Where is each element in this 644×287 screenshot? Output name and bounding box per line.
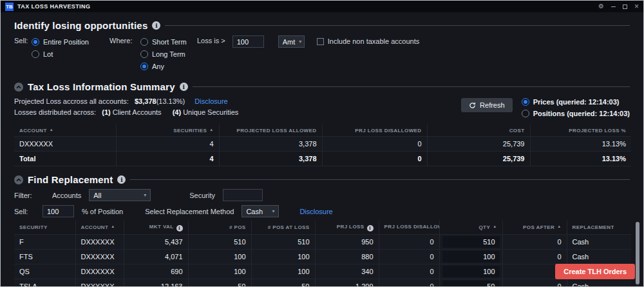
maximize-icon[interactable] [623, 5, 627, 9]
accounts-label: Accounts [52, 192, 81, 199]
table-row[interactable]: TSLA DXXXXXX 12,163 50 50 1,209 0 50 0 C… [14, 279, 631, 287]
qty-input[interactable]: 100 [442, 266, 500, 277]
loss-threshold-input[interactable] [232, 35, 264, 48]
replacement-table-wrap: SECURITY ACCOUNT▲ MKT VALi # POS # POS A… [14, 221, 630, 287]
radio-label: Short Term [152, 38, 187, 46]
radio-label: Lot [43, 50, 53, 58]
projected-loss-pct: (13.13%) [156, 97, 185, 105]
col-prj-loss-disallowed[interactable]: PRJ LOSS DISALLOWED [322, 124, 427, 137]
summary-title: Tax Loss Information Summary [28, 81, 175, 92]
cell-pos-at-loss: 100 [251, 264, 315, 279]
cell-prj-loss: 1,209 [315, 279, 379, 287]
col-securities[interactable]: SECURITIES▲ [116, 124, 219, 137]
chevron-down-icon: ▾ [144, 192, 146, 198]
identify-info-icon[interactable]: i [152, 21, 160, 30]
radio-lot[interactable]: Lot [32, 48, 99, 60]
qty-input[interactable]: 100 [442, 251, 500, 262]
cell-replacement: Cash [567, 234, 631, 249]
cell-account: DXXXXXX [75, 279, 124, 287]
accounts-select[interactable]: All ▾ [89, 189, 151, 201]
unique-securities-label: Unique Securities [183, 108, 238, 116]
loss-unit-select[interactable]: Amt ▾ [278, 35, 305, 48]
projected-loss-line: Projected Loss accross all accounts: $3,… [14, 96, 238, 107]
col-qty[interactable]: QTY▲ [439, 221, 502, 234]
col-projected-loss-allowed[interactable]: PROJECTED LOSS ALLOWED [219, 124, 322, 137]
col-prj-loss-disallowed[interactable]: PRJ LOSS DISALLOWEDi [379, 221, 439, 234]
scrollbar-thumb[interactable] [636, 222, 639, 284]
cell-prj-loss-disallowed: 0 [379, 279, 439, 287]
replacement-method-value: Cash [246, 208, 263, 215]
collapse-chevron-icon[interactable] [14, 175, 23, 184]
cell-pos-at-loss: 510 [251, 234, 315, 249]
col-account[interactable]: ACCOUNT▲ [14, 124, 116, 137]
col-cost[interactable]: COST [427, 124, 530, 137]
cell-replacement: Cash [567, 279, 631, 287]
projected-loss-value: $3,378 [135, 97, 156, 105]
cell-security: TSLA [14, 279, 75, 287]
radio-positions[interactable]: Positions (queried: 12:14:03) [522, 108, 630, 119]
cell-prj-loss: 950 [315, 234, 379, 249]
col-replacement[interactable]: REPLACEMENT [567, 221, 631, 234]
replacement-info-icon[interactable]: i [117, 175, 126, 184]
security-input[interactable] [223, 189, 263, 201]
cell-pos: 510 [188, 234, 251, 249]
table-row[interactable]: F DXXXXXX 5,437 510 510 950 0 510 0 Cash [14, 234, 631, 249]
col-pos[interactable]: # POS [188, 221, 251, 234]
close-icon[interactable]: × [634, 3, 639, 10]
radio-icon [140, 63, 148, 70]
col-security[interactable]: SECURITY [14, 221, 75, 234]
cell-mkt-val: 4,071 [124, 249, 188, 264]
query-radio-group: Prices (queried: 12:14:03) Positions (qu… [522, 96, 630, 119]
col-prj-loss[interactable]: PRJ LOSSi [315, 221, 379, 234]
table-scrollbar [636, 222, 639, 287]
cell-pos: 100 [188, 264, 251, 279]
col-mkt-val[interactable]: MKT VALi [124, 221, 188, 234]
divider [165, 25, 630, 26]
loss-is-label: Loss is > [197, 35, 225, 45]
cell-loss-pct: 13.13% [530, 152, 631, 166]
include-non-taxable-checkbox[interactable]: Include non taxable accounts [317, 35, 420, 45]
radio-long-term[interactable]: Long Term [140, 48, 192, 60]
col-pos-at-loss[interactable]: # POS AT LOSS [251, 221, 315, 234]
create-tlh-orders-button[interactable]: Create TLH Orders [555, 264, 635, 279]
sell-percent-input[interactable] [43, 205, 74, 217]
radio-prices[interactable]: Prices (queried: 12:14:03) [522, 96, 630, 108]
col-projected-loss-pct[interactable]: PROJECTED LOSS % [530, 124, 631, 137]
col-pos-after[interactable]: POS AFTER▲ [502, 221, 567, 234]
cell-replacement: Cash [567, 249, 631, 264]
table-row[interactable]: QS DXXXXXX 690 100 100 340 0 100 0 Cash [14, 264, 631, 279]
replacement-section-header: Find Replacement i [14, 174, 630, 185]
radio-any[interactable]: Any [140, 60, 192, 72]
radio-icon [32, 38, 39, 46]
radio-icon [522, 110, 529, 117]
settings-gear-icon[interactable]: ⚙ [598, 3, 604, 10]
checkbox-label: Include non taxable accounts [328, 37, 420, 45]
filter-label: Filter: [14, 192, 41, 199]
cell-disallowed: 0 [322, 137, 427, 152]
cell-mkt-val: 690 [124, 264, 188, 279]
table-row[interactable]: DXXXXXX 4 3,378 0 25,739 13.13% [14, 137, 631, 152]
sort-asc-icon: ▲ [50, 128, 53, 132]
identify-section-header: Identify losing opportunities i [14, 20, 630, 31]
where-label: Where: [109, 35, 140, 45]
radio-short-term[interactable]: Short Term [140, 35, 192, 48]
refresh-button[interactable]: Refresh [461, 98, 513, 112]
qty-input[interactable]: 50 [442, 281, 500, 287]
app-logo-icon: TB [5, 3, 14, 11]
disclosure-link[interactable]: Disclosure [194, 97, 227, 105]
summary-lines: Projected Loss accross all accounts: $3,… [14, 96, 238, 119]
cell-prj-loss-disallowed: 0 [379, 234, 439, 249]
summary-info-icon[interactable]: i [180, 83, 188, 91]
replacement-method-select[interactable]: Cash ▾ [242, 205, 279, 217]
collapse-chevron-icon[interactable] [14, 83, 23, 92]
radio-entire-position[interactable]: Entire Position [32, 35, 99, 48]
qty-input[interactable]: 510 [442, 236, 500, 248]
table-row[interactable]: FTS DXXXXXX 4,071 100 100 880 0 100 0 Ca… [14, 249, 631, 264]
checkbox-icon [317, 38, 324, 45]
col-account[interactable]: ACCOUNT▲ [75, 221, 124, 234]
disclosure-link[interactable]: Disclosure [299, 208, 332, 215]
info-icon[interactable]: i [176, 225, 183, 232]
minimize-icon[interactable] [611, 6, 616, 7]
info-icon[interactable]: i [367, 225, 374, 232]
radio-icon [140, 38, 148, 46]
